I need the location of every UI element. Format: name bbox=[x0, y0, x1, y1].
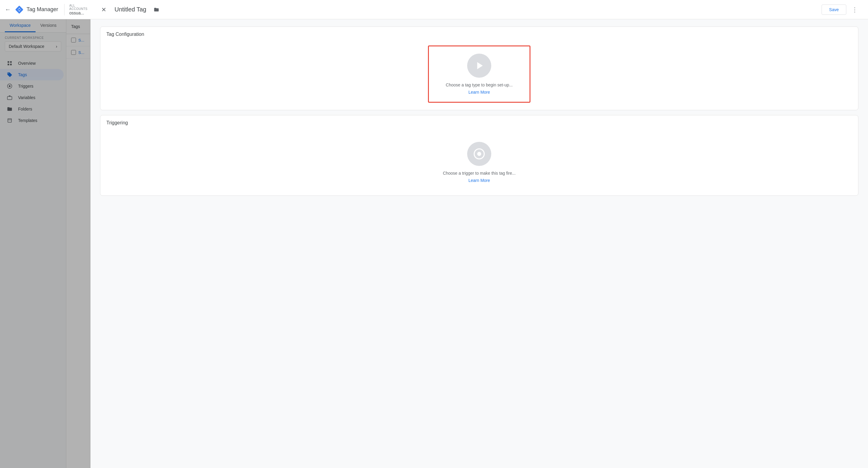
app-bar-left: ← Tag Manager All accounts ossua... bbox=[5, 4, 71, 16]
modal-title: Untitled Tag bbox=[115, 6, 146, 13]
account-info: All accounts ossua... bbox=[64, 4, 87, 15]
tag-configuration-header: Tag Configuration bbox=[100, 27, 434, 41]
svg-point-2 bbox=[19, 8, 20, 10]
tag-configuration-body: Choose a tag type to begin set-up... Lea… bbox=[100, 41, 434, 110]
tag-type-selector[interactable]: Choose a tag type to begin set-up... Lea… bbox=[428, 45, 434, 103]
triggering-body[interactable]: Choose a trigger to make this tag fire..… bbox=[100, 129, 434, 196]
gtm-logo bbox=[14, 5, 24, 14]
modal-header-left: ✕ Untitled Tag bbox=[98, 4, 162, 16]
modal-header: ✕ Untitled Tag Save ⋮ bbox=[90, 0, 434, 19]
folder-move-button[interactable] bbox=[151, 4, 162, 15]
logo-area: Tag Manager bbox=[14, 5, 58, 14]
triggering-card: Triggering Choose a trigger to make this… bbox=[100, 115, 434, 196]
account-label: All accounts bbox=[69, 4, 87, 10]
close-button[interactable]: ✕ bbox=[98, 4, 110, 16]
triggering-header: Triggering bbox=[100, 115, 434, 129]
modal-content: Tag Configuration Choose a tag type to b… bbox=[90, 19, 434, 234]
back-button[interactable]: ← bbox=[5, 4, 11, 16]
tag-configuration-card: Tag Configuration Choose a tag type to b… bbox=[100, 27, 434, 110]
app-title: Tag Manager bbox=[27, 6, 58, 13]
modal-panel: ✕ Untitled Tag Save ⋮ Tag Configuration … bbox=[90, 0, 434, 234]
account-name: ossua... bbox=[69, 10, 87, 15]
